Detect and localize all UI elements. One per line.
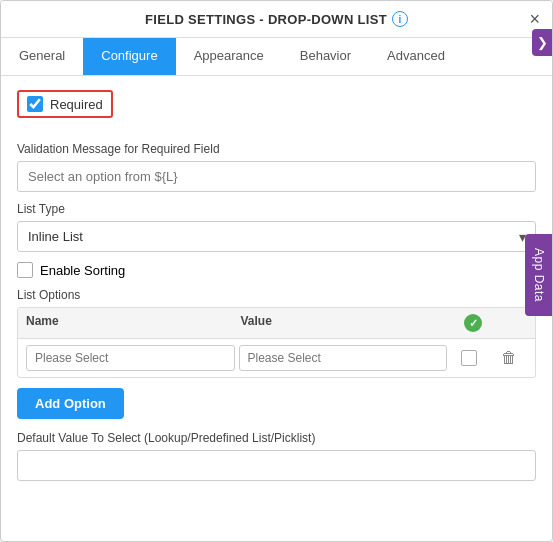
- required-label: Required: [50, 97, 103, 112]
- col-delete-header: [491, 314, 527, 332]
- list-options-label: List Options: [17, 288, 536, 302]
- tab-bar: General Configure Appearance Behavior Ad…: [1, 38, 552, 76]
- row1-delete-button[interactable]: 🗑: [491, 349, 527, 367]
- modal-title: FIELD SETTINGS - DROP-DOWN LIST: [145, 12, 387, 27]
- col-check-header: ✓: [455, 314, 491, 332]
- tab-general[interactable]: General: [1, 38, 83, 75]
- tab-appearance[interactable]: Appearance: [176, 38, 282, 75]
- tab-configure[interactable]: Configure: [83, 38, 175, 75]
- row1-default-checkbox[interactable]: [461, 350, 477, 366]
- modal-body: Required Validation Message for Required…: [1, 76, 552, 541]
- sidebar-chevron-button[interactable]: ❯: [532, 29, 553, 56]
- enable-sorting-checkbox[interactable]: [17, 262, 33, 278]
- enable-sorting-label: Enable Sorting: [40, 263, 125, 278]
- close-button[interactable]: ×: [529, 10, 540, 28]
- list-type-label: List Type: [17, 202, 536, 216]
- modal-header: FIELD SETTINGS - DROP-DOWN LIST i ×: [1, 1, 552, 38]
- col-value-header: Value: [241, 314, 456, 332]
- required-checkbox[interactable]: [27, 96, 43, 112]
- default-value-label: Default Value To Select (Lookup/Predefin…: [17, 431, 536, 445]
- list-options-table: Name Value ✓ 🗑: [17, 307, 536, 378]
- tab-advanced[interactable]: Advanced: [369, 38, 463, 75]
- required-row[interactable]: Required: [17, 90, 113, 118]
- check-circle-icon: ✓: [464, 314, 482, 332]
- list-options-header: Name Value ✓: [18, 308, 535, 339]
- list-type-wrapper: Inline List External List Picklist ▾: [17, 221, 536, 252]
- default-value-input[interactable]: [17, 450, 536, 481]
- enable-sorting-row[interactable]: Enable Sorting: [17, 262, 536, 278]
- list-type-select[interactable]: Inline List External List Picklist: [17, 221, 536, 252]
- default-value-section: Default Value To Select (Lookup/Predefin…: [17, 431, 536, 481]
- field-settings-modal: FIELD SETTINGS - DROP-DOWN LIST i × Gene…: [0, 0, 553, 542]
- list-options-section: List Options Name Value ✓: [17, 288, 536, 378]
- validation-label: Validation Message for Required Field: [17, 142, 536, 156]
- validation-section: Validation Message for Required Field: [17, 142, 536, 192]
- add-option-button[interactable]: Add Option: [17, 388, 124, 419]
- info-icon[interactable]: i: [392, 11, 408, 27]
- row1-name-input[interactable]: [26, 345, 235, 371]
- tab-behavior[interactable]: Behavior: [282, 38, 369, 75]
- list-type-section: List Type Inline List External List Pick…: [17, 202, 536, 252]
- app-data-button[interactable]: App Data: [525, 234, 553, 316]
- row1-value-input[interactable]: [239, 345, 448, 371]
- col-name-header: Name: [26, 314, 241, 332]
- validation-input[interactable]: [17, 161, 536, 192]
- table-row: 🗑: [18, 339, 535, 377]
